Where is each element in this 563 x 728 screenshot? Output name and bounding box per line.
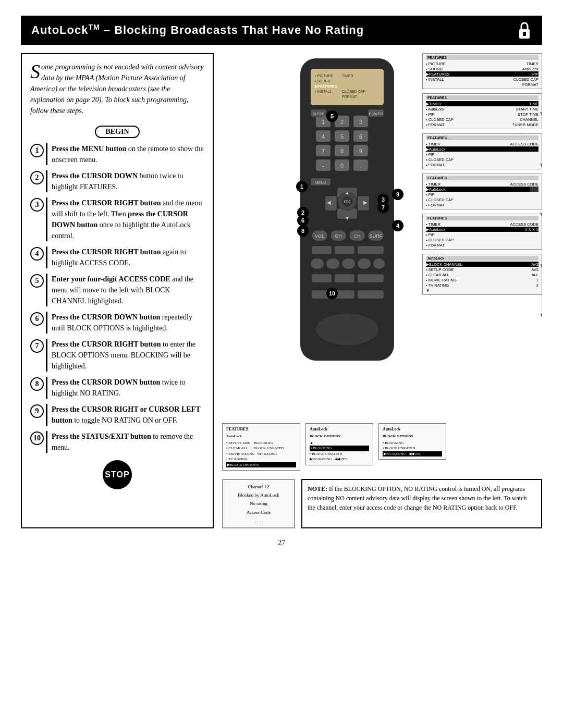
step-10-num: 10 (30, 431, 44, 445)
svg-text:POWER: POWER (369, 112, 383, 116)
ms6-row5: • TV RATING2 (426, 282, 538, 288)
svg-text:9: 9 (359, 148, 362, 154)
bs3-row3: ▶NO RATING ◀◀ ON (383, 451, 442, 457)
ms5-row5: • FORMAT (426, 242, 538, 248)
title-subtitle: – Blocking Broadcasts That Have No Ratin… (104, 24, 364, 37)
blocked-line5: . . . . (227, 516, 290, 525)
bottom-panels: FEATURES AutoLock • SETUP CODE BLOCKING … (222, 423, 542, 471)
svg-text:• INSTALL: • INSTALL (315, 90, 332, 93)
svg-rect-71 (312, 290, 332, 299)
ms6-row4: • MOVIE RATING1 (426, 277, 538, 282)
step-3-content: Press the CURSOR RIGHT button and the me… (46, 198, 204, 241)
step-4-num: 4 (30, 247, 44, 261)
step-9-bold: Press the CURSOR RIGHT or CURSOR LEFT bu… (52, 405, 200, 424)
svg-rect-57 (311, 258, 324, 269)
blocked-line1: Channel 12 (227, 483, 290, 491)
ms1-row4: • INSTALLCLOSED CAP (426, 77, 538, 82)
ms3-row3: • PIP (426, 152, 538, 157)
begin-label: BEGIN (95, 126, 139, 138)
svg-point-74 (316, 314, 378, 345)
main-content: Some programming is not encoded with con… (21, 53, 542, 528)
ms2-row3: • PIPSTOP TIME (426, 112, 538, 117)
svg-text:0: 0 (340, 163, 344, 169)
bottom-screen-1: FEATURES AutoLock • SETUP CODE BLOCKING … (222, 423, 300, 471)
svg-rect-56 (358, 246, 384, 254)
ms5-row3: • PIP (426, 232, 538, 237)
svg-text:CLOSED CAP: CLOSED CAP (342, 90, 365, 93)
bs2-row4: ▶NO RATING ◀◀ OFF (310, 456, 369, 462)
svg-text:1: 1 (322, 119, 325, 125)
stop-button-container: STOP (30, 460, 204, 489)
step-7-bold: Press the CURSOR RIGHT button (52, 340, 161, 348)
step-3-num: 3 (30, 198, 44, 212)
svg-text:• SOUND: • SOUND (315, 79, 331, 83)
svg-rect-1 (523, 32, 526, 36)
step-1-bold: Press the MENU button (52, 145, 126, 153)
step-5-num: 5 (30, 274, 44, 288)
right-panel: • PICTURE TIMER • SOUND ▶FEATURES • INST… (222, 53, 542, 528)
svg-text:OK: OK (344, 199, 351, 204)
step-5-content: Enter your four-digit ACCESS CODE and th… (46, 274, 204, 306)
step-6: 6 Press the CURSOR DOWN button repeatedl… (30, 312, 204, 334)
ms6-row1: ▶BLOCK CHANNELAV2 (426, 262, 538, 267)
page-number: 27 (21, 539, 542, 547)
svg-rect-72 (335, 290, 354, 299)
ms4-row5: • FORMAT (426, 202, 538, 207)
step-1-content: Press the MENU button on the remote to s… (46, 143, 204, 165)
svg-text:CH: CH (354, 233, 361, 239)
step-3-bold2: press the CURSOR DOWN button (52, 210, 188, 229)
step-8-num: 8 (30, 377, 44, 391)
svg-text:2: 2 (340, 119, 344, 125)
remote-control: • PICTURE TIMER • SOUND ▶FEATURES • INST… (290, 53, 405, 376)
ms4-row1: • TIMERACCESS CODE (426, 181, 538, 187)
svg-text:▲: ▲ (345, 190, 350, 195)
step-8-content: Press the CURSOR DOWN button twice to hi… (46, 377, 204, 399)
step-4-bold: Press the CURSOR RIGHT button (52, 248, 161, 256)
step-2: 2 Press the CURSOR DOWN button twice to … (30, 170, 204, 192)
ms4-row2: ▶AutoLock···· (426, 187, 538, 192)
svg-text:TIMER: TIMER (342, 74, 353, 78)
bs2-subtitle: BLOCK OPTIONS (310, 434, 369, 439)
svg-rect-54 (312, 246, 332, 254)
ms3-header: FEATURES (426, 135, 538, 140)
step-8-bold: Press the CURSOR DOWN button (52, 378, 160, 386)
trademark-symbol: TM (88, 23, 100, 31)
remote-composite: • PICTURE TIMER • SOUND ▶FEATURES • INST… (222, 53, 542, 418)
intro-text: Some programming is not encoded with con… (30, 61, 204, 116)
note-text: If the BLOCKING OPTION, NO RATING contro… (308, 485, 527, 511)
blocked-line4: Access Code (227, 508, 290, 516)
svg-text:8: 8 (340, 148, 344, 154)
blocked-line3: No rating (227, 499, 290, 508)
bs1-subtitle: AutoLock (226, 434, 296, 439)
svg-text:6: 6 (359, 133, 362, 140)
svg-text:7: 7 (322, 148, 325, 154)
svg-rect-62 (312, 274, 332, 282)
lock-icon (517, 21, 532, 40)
svg-rect-61 (373, 258, 385, 269)
svg-text:SURF: SURF (370, 233, 383, 239)
bottom-screen-2: AutoLock BLOCK OPTIONS ▲ • BLOCKING • BL… (305, 423, 373, 465)
svg-text:MENU: MENU (315, 181, 326, 184)
ms1-row1: • PICTURETIMER (426, 61, 538, 66)
svg-rect-73 (358, 290, 384, 299)
ms4-row4: • CLOSED CAP (426, 197, 538, 202)
ms6-row6: ▼ (426, 288, 538, 293)
bs1-row3: • MOVIE RATING NO RATING (226, 451, 296, 457)
ms5-row2: ▶AutoLockX X X X (426, 227, 538, 232)
step-3-bold: Press the CURSOR RIGHT button (52, 199, 161, 207)
step-6-num: 6 (30, 312, 44, 326)
step-7: 7 Press the CURSOR RIGHT button to enter… (30, 339, 204, 372)
menu-screens-column: FEATURES • PICTURETIMER • SOUNDAutoLock … (422, 53, 542, 299)
ms5-row1: • TIMERACCESS CODE (426, 221, 538, 227)
ms6-row3: • CLEAR ALLALL (426, 272, 538, 277)
menu-screen-4: FEATURES • TIMERACCESS CODE ▶AutoLock···… (422, 174, 542, 209)
bs1-row1: • SETUP CODE BLOCKING (226, 440, 296, 446)
ms2-row4: • CLOSED CAPCHANNEL (426, 117, 538, 122)
svg-text:◀: ◀ (327, 200, 331, 205)
step-4-content: Press the CURSOR RIGHT button again to h… (46, 246, 204, 268)
svg-text:4: 4 (322, 133, 325, 140)
svg-rect-59 (342, 258, 355, 269)
svg-rect-55 (335, 246, 354, 254)
svg-text:▶FEATURES: ▶FEATURES (315, 84, 337, 88)
step-5: 5 Enter your four-digit ACCESS CODE and … (30, 274, 204, 306)
